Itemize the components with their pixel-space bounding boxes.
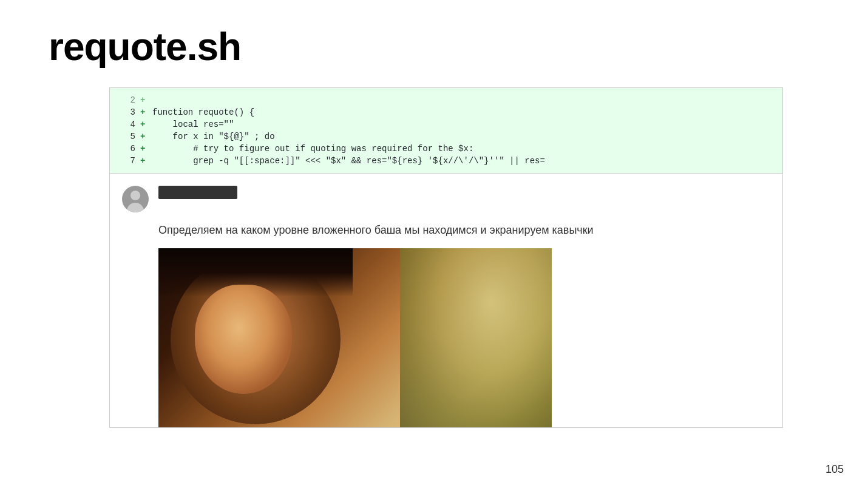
- line-number: 4: [110, 120, 140, 129]
- line-number: 5: [110, 132, 140, 141]
- username-badge: [158, 186, 237, 199]
- line-sign: +: [140, 95, 152, 105]
- code-line-4: 4 + local res="": [110, 118, 782, 130]
- comment-text: Определяем на каком уровне вложенного ба…: [158, 222, 770, 239]
- code-line-2: 2 +: [110, 94, 782, 106]
- line-sign: +: [140, 132, 152, 141]
- code-line-3: 3 + function requote() {: [110, 106, 782, 118]
- line-sign: +: [140, 107, 152, 117]
- code-line-5: 5 + for x in "${@}" ; do: [110, 130, 782, 143]
- line-number: 7: [110, 156, 140, 166]
- code-line-6: 6 + # try to figure out if quoting was r…: [110, 143, 782, 155]
- content-card: 2 + 3 + function requote() { 4 + local r…: [109, 87, 783, 428]
- line-code: function requote() {: [152, 107, 254, 117]
- line-sign: +: [140, 120, 152, 129]
- line-sign: +: [140, 156, 152, 166]
- line-number: 6: [110, 144, 140, 154]
- meme-image: [158, 248, 552, 427]
- line-code: grep -q "[[:space:]]" <<< "$x" && res="$…: [152, 156, 545, 166]
- page-number: 105: [826, 463, 844, 476]
- comment-header: [122, 186, 770, 212]
- code-line-7: 7 + grep -q "[[:space:]]" <<< "$x" && re…: [110, 155, 782, 167]
- avatar-image: [122, 186, 149, 212]
- page-title: requote.sh: [0, 0, 868, 87]
- main-content: 2 + 3 + function requote() { 4 + local r…: [109, 87, 783, 428]
- meme-image-inner: [158, 248, 552, 427]
- comment-section: Определяем на каком уровне вложенного ба…: [110, 174, 782, 427]
- line-code: # try to figure out if quoting was requi…: [152, 144, 473, 154]
- line-number: 3: [110, 107, 140, 117]
- line-code: for x in "${@}" ; do: [152, 132, 275, 141]
- line-number: 2: [110, 95, 140, 105]
- avatar: [122, 186, 149, 212]
- line-sign: +: [140, 144, 152, 154]
- code-diff-section: 2 + 3 + function requote() { 4 + local r…: [110, 88, 782, 174]
- line-code: local res="": [152, 120, 234, 129]
